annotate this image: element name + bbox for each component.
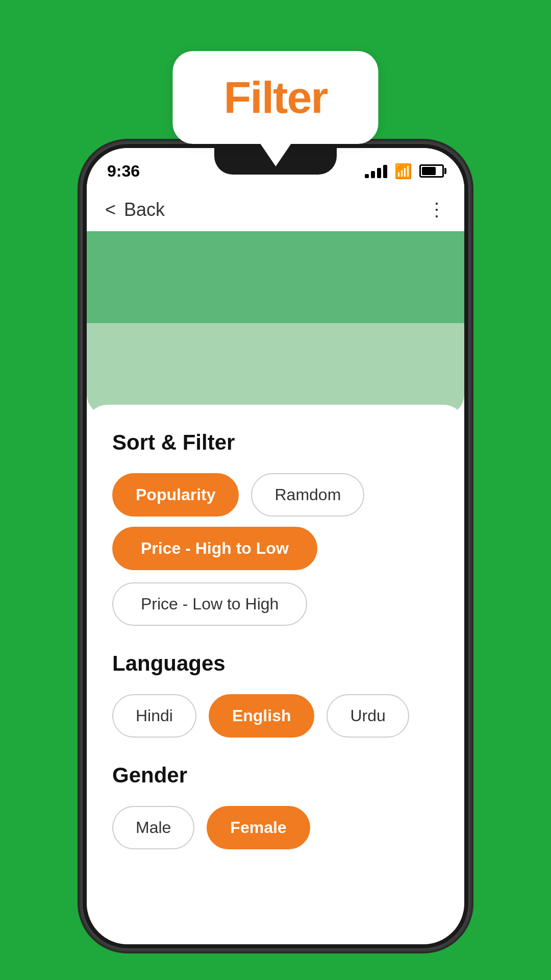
- languages-title: Languages: [112, 651, 439, 676]
- signal-bar-2: [371, 171, 375, 178]
- sort-filter-title: Sort & Filter: [112, 430, 439, 455]
- sort-filter-section: Sort & Filter Popularity Ramdom Price - …: [112, 430, 439, 626]
- gender-row: Male Female: [112, 806, 439, 849]
- signal-bars-icon: [365, 164, 387, 178]
- languages-row: Hindi English Urdu: [112, 694, 439, 738]
- battery-fill: [422, 167, 436, 175]
- filter-content: Sort & Filter Popularity Ramdom Price - …: [87, 405, 464, 900]
- status-time: 9:36: [107, 162, 140, 181]
- gender-title: Gender: [112, 763, 439, 788]
- back-button[interactable]: < Back: [105, 199, 165, 220]
- signal-bar-4: [383, 165, 387, 178]
- languages-section: Languages Hindi English Urdu: [112, 651, 439, 738]
- more-menu-button[interactable]: ⋮: [428, 199, 446, 220]
- back-label: Back: [124, 199, 165, 220]
- status-icons: 📶: [365, 163, 444, 180]
- filter-tooltip-text: Filter: [223, 71, 327, 124]
- female-button[interactable]: Female: [207, 806, 310, 849]
- signal-bar-3: [377, 168, 381, 178]
- price-low-to-high-button[interactable]: Price - Low to High: [112, 582, 307, 626]
- random-button[interactable]: Ramdom: [251, 473, 364, 517]
- nav-bar: < Back ⋮: [87, 189, 464, 231]
- sort-filter-row-2: Price - High to Low Price - Low to High: [112, 527, 439, 626]
- green-mid-section: [87, 323, 464, 415]
- gender-section: Gender Male Female: [112, 763, 439, 849]
- male-button[interactable]: Male: [112, 806, 194, 849]
- phone-screen: 9:36 📶 < Back ⋮: [87, 148, 464, 944]
- green-top-section: [87, 231, 464, 323]
- phone-frame: 9:36 📶 < Back ⋮: [82, 143, 469, 949]
- wifi-icon: 📶: [394, 163, 412, 180]
- english-button[interactable]: English: [209, 694, 315, 738]
- back-icon: <: [105, 199, 116, 220]
- filter-tooltip: Filter: [172, 51, 378, 144]
- sort-filter-row-1: Popularity Ramdom: [112, 473, 439, 517]
- popularity-button[interactable]: Popularity: [112, 473, 239, 517]
- signal-bar-1: [365, 174, 369, 178]
- battery-icon: [419, 164, 444, 178]
- hindi-button[interactable]: Hindi: [112, 694, 196, 738]
- urdu-button[interactable]: Urdu: [327, 694, 409, 738]
- price-high-to-low-button[interactable]: Price - High to Low: [112, 527, 317, 570]
